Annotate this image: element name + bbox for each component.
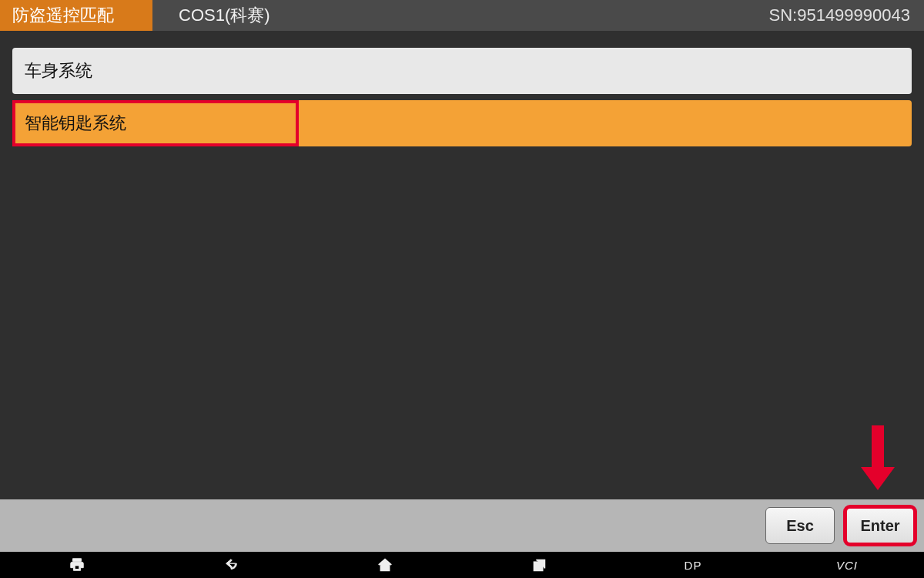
- header-function-tab: 防盗遥控匹配: [0, 0, 152, 31]
- bottom-toolbar: Esc Enter: [0, 499, 924, 552]
- dp-button[interactable]: DP: [670, 552, 716, 578]
- annotation-arrow-down-icon: [862, 425, 893, 495]
- header-model-label: COS1(科赛): [152, 4, 270, 27]
- system-navbar: DP VCI: [0, 552, 924, 578]
- vci-button[interactable]: VCI: [824, 552, 870, 578]
- enter-button[interactable]: Enter: [845, 507, 915, 544]
- menu-item-body-system[interactable]: 车身系统: [12, 48, 912, 94]
- esc-button[interactable]: Esc: [765, 507, 835, 544]
- back-icon[interactable]: [208, 552, 254, 578]
- header-function-label: 防盗遥控匹配: [12, 4, 114, 27]
- menu-item-smart-key-system[interactable]: 智能钥匙系统: [12, 100, 912, 146]
- menu-item-label: 智能钥匙系统: [25, 112, 126, 135]
- esc-button-label: Esc: [786, 517, 814, 535]
- recent-apps-icon[interactable]: [516, 552, 562, 578]
- vci-label: VCI: [836, 559, 858, 572]
- enter-button-label: Enter: [860, 517, 899, 535]
- header-bar: 防盗遥控匹配 COS1(科赛) SN:951499990043: [0, 0, 924, 31]
- dp-label: DP: [685, 559, 702, 572]
- print-icon[interactable]: [54, 552, 100, 578]
- header-serial-number: SN:951499990043: [769, 5, 925, 25]
- home-icon[interactable]: [362, 552, 408, 578]
- menu-list: 车身系统 智能钥匙系统: [0, 31, 924, 146]
- menu-item-label: 车身系统: [25, 59, 92, 82]
